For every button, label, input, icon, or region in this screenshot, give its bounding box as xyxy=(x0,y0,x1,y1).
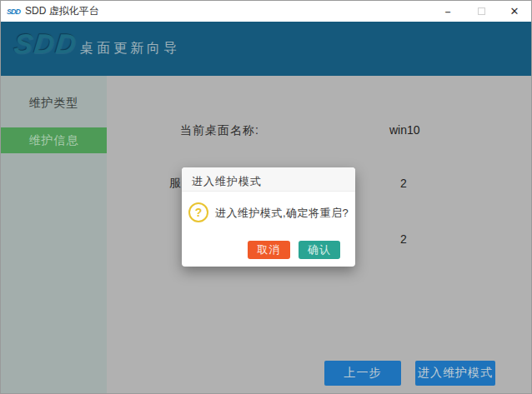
sidebar: 维护类型 维护信息 xyxy=(1,76,107,394)
maximize-icon xyxy=(478,7,485,15)
cancel-button[interactable]: 取消 xyxy=(248,241,290,259)
desktop-name-value: win10 xyxy=(389,123,420,137)
enter-maintenance-mode-button[interactable]: 进入维护模式 xyxy=(415,361,495,386)
brand-logo: SDD xyxy=(13,28,79,60)
previous-step-button[interactable]: 上一步 xyxy=(324,361,401,386)
confirm-button[interactable]: 确认 xyxy=(299,241,340,259)
sidebar-item-maintenance-info[interactable]: 维护信息 xyxy=(1,127,107,153)
desktop-name-label: 当前桌面名称: xyxy=(180,123,259,138)
question-icon: ? xyxy=(188,202,208,222)
row2-value: 2 xyxy=(400,177,407,190)
maximize-button[interactable] xyxy=(464,1,498,22)
window-titlebar: SDD SDD 虚拟化平台 – ✕ xyxy=(1,1,531,22)
app-window: SDD SDD 虚拟化平台 – ✕ SDD 桌面更新向导 维护类型 维护信息 当… xyxy=(0,0,532,394)
window-title: SDD 虚拟化平台 xyxy=(25,4,99,18)
dialog-body: ? 进入维护模式,确定将重启? xyxy=(182,192,355,240)
app-logo-icon: SDD xyxy=(7,7,20,16)
row2-label-fragment: 服 xyxy=(169,176,182,191)
dialog-title: 进入维护模式 xyxy=(182,167,355,192)
close-button[interactable]: ✕ xyxy=(498,1,531,22)
window-controls: – ✕ xyxy=(431,1,531,22)
row3-value: 2 xyxy=(400,232,407,246)
wizard-header: SDD 桌面更新向导 xyxy=(1,22,531,76)
minimize-button[interactable]: – xyxy=(431,1,464,22)
page-title: 桌面更新向导 xyxy=(80,40,180,57)
confirm-dialog: 进入维护模式 ? 进入维护模式,确定将重启? 取消 确认 xyxy=(182,167,355,267)
sidebar-item-maintenance-type[interactable]: 维护类型 xyxy=(1,87,107,119)
dialog-message: 进入维护模式,确定将重启? xyxy=(215,206,349,221)
